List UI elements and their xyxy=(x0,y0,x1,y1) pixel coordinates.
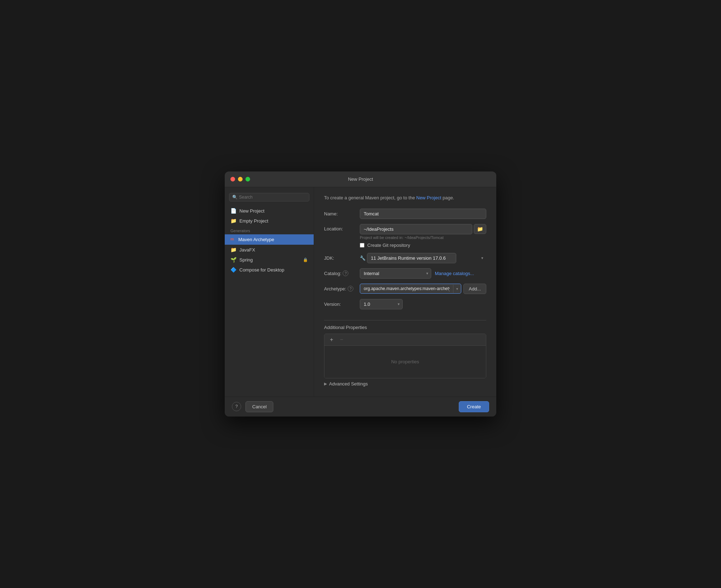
jdk-select[interactable]: 11 JetBrains Runtime version 17.0.6 xyxy=(367,253,456,263)
name-row: Name: xyxy=(324,209,486,219)
git-checkbox-row: Create Git repository xyxy=(360,243,486,248)
info-text: To create a general Maven project, go to… xyxy=(324,194,486,201)
location-wrap: 📁 xyxy=(360,224,486,234)
catalog-control: Internal ▾ Manage catalogs... xyxy=(360,268,486,279)
close-button[interactable] xyxy=(230,177,235,181)
new-project-icon: 📄 xyxy=(230,208,237,214)
advanced-chevron-icon: ▶ xyxy=(324,382,327,386)
help-button[interactable]: ? xyxy=(232,402,241,411)
browse-folder-button[interactable]: 📁 xyxy=(474,224,486,234)
archetype-label: Archetype: ? xyxy=(324,286,360,291)
dialog-footer: ? Cancel Create xyxy=(225,397,496,417)
git-repository-checkbox[interactable] xyxy=(360,243,364,248)
search-icon: 🔍 xyxy=(232,195,238,200)
compose-icon: 🔷 xyxy=(230,267,237,273)
archetype-row: Archetype: ? ▾ Add... xyxy=(324,284,486,294)
name-control xyxy=(360,209,486,219)
empty-project-icon: 📁 xyxy=(230,218,237,224)
footer-left: ? Cancel xyxy=(232,401,273,412)
maximize-button[interactable] xyxy=(245,177,250,181)
sidebar-item-empty-project[interactable]: 📁 Empty Project xyxy=(225,216,314,226)
git-checkbox-label: Create Git repository xyxy=(367,243,410,248)
catalog-select-wrap: Internal ▾ xyxy=(360,268,431,279)
jdk-row: JDK: 🔧 11 JetBrains Runtime version 17.0… xyxy=(324,253,486,263)
catalog-row: Catalog: ? Internal ▾ Manage catalogs... xyxy=(324,268,486,279)
jdk-control: 🔧 11 JetBrains Runtime version 17.0.6 ▾ xyxy=(360,253,486,263)
advanced-settings-label: Advanced Settings xyxy=(329,381,368,387)
sidebar-item-label: New Project xyxy=(239,208,264,214)
svg-text:m: m xyxy=(230,237,234,241)
sidebar-item-label: Spring xyxy=(239,257,253,263)
archetype-dropdown-arrow[interactable]: ▾ xyxy=(453,285,461,293)
search-bar: 🔍 xyxy=(225,191,314,206)
archetype-input[interactable] xyxy=(360,284,453,293)
version-control: 1.0 ▾ xyxy=(360,299,486,309)
sidebar: 🔍 📄 New Project 📁 Empty Project Generato… xyxy=(225,187,314,397)
sidebar-item-label: Empty Project xyxy=(239,218,268,224)
sidebar-item-spring[interactable]: 🌱 Spring 🔒 xyxy=(225,255,314,265)
version-row: Version: 1.0 ▾ xyxy=(324,299,486,309)
manage-catalogs-link[interactable]: Manage catalogs... xyxy=(435,271,474,276)
additional-properties-title: Additional Properties xyxy=(324,325,486,330)
jdk-label: JDK: xyxy=(324,255,360,261)
sidebar-item-javafx[interactable]: 📁 JavaFX xyxy=(225,245,314,255)
catalog-select[interactable]: Internal xyxy=(360,268,431,279)
sidebar-item-compose[interactable]: 🔷 Compose for Desktop xyxy=(225,265,314,275)
new-project-dialog: New Project 🔍 📄 New Project 📁 Empty Proj… xyxy=(225,171,496,417)
location-hint: Project will be created in: ~/IdeaProjec… xyxy=(360,235,486,240)
minimize-button[interactable] xyxy=(238,177,243,181)
jdk-select-wrap: 🔧 11 JetBrains Runtime version 17.0.6 ▾ xyxy=(360,253,486,263)
advanced-settings-row[interactable]: ▶ Advanced Settings xyxy=(324,378,486,389)
javafx-icon: 📁 xyxy=(230,247,237,253)
properties-divider xyxy=(324,320,486,320)
archetype-help-icon[interactable]: ? xyxy=(348,286,353,291)
add-property-button[interactable]: + xyxy=(327,335,336,344)
archetype-input-wrap: ▾ xyxy=(360,284,461,294)
properties-box: + − No properties xyxy=(324,334,486,378)
catalog-label: Catalog: ? xyxy=(324,270,360,276)
add-archetype-button[interactable]: Add... xyxy=(463,284,486,294)
no-properties-message: No properties xyxy=(324,346,486,378)
titlebar: New Project xyxy=(225,171,496,187)
search-wrap[interactable]: 🔍 xyxy=(229,193,309,201)
search-input[interactable] xyxy=(239,195,306,200)
jdk-icon: 🔧 xyxy=(360,255,366,261)
create-button[interactable]: Create xyxy=(459,401,489,412)
version-label: Version: xyxy=(324,302,360,307)
location-row: Location: 📁 Project will be created in: … xyxy=(324,224,486,248)
dialog-body: 🔍 📄 New Project 📁 Empty Project Generato… xyxy=(225,187,496,397)
sidebar-item-label: Compose for Desktop xyxy=(239,267,284,273)
version-select-wrap: 1.0 ▾ xyxy=(360,299,403,309)
remove-property-button[interactable]: − xyxy=(337,335,346,344)
sidebar-item-new-project[interactable]: 📄 New Project xyxy=(225,206,314,216)
catalog-help-icon[interactable]: ? xyxy=(343,270,348,276)
properties-toolbar: + − xyxy=(324,334,486,346)
cancel-button[interactable]: Cancel xyxy=(245,401,273,412)
version-select[interactable]: 1.0 xyxy=(360,299,403,309)
new-project-link[interactable]: New Project xyxy=(416,195,441,200)
location-input[interactable] xyxy=(360,224,472,234)
name-input[interactable] xyxy=(360,209,486,219)
sidebar-item-label: JavaFX xyxy=(239,247,255,253)
lock-icon: 🔒 xyxy=(303,258,308,262)
jdk-dropdown-arrow: ▾ xyxy=(481,256,483,260)
archetype-control: ▾ Add... xyxy=(360,284,486,294)
maven-icon: m xyxy=(230,236,235,243)
location-label: Location: xyxy=(324,226,360,231)
main-content: To create a general Maven project, go to… xyxy=(314,187,496,397)
sidebar-item-label: Maven Archetype xyxy=(238,237,274,242)
spring-icon: 🌱 xyxy=(230,257,237,263)
dialog-title: New Project xyxy=(348,176,373,182)
sidebar-item-maven-archetype[interactable]: m Maven Archetype xyxy=(225,234,314,245)
name-label: Name: xyxy=(324,211,360,216)
generators-section-label: Generators xyxy=(225,226,314,234)
traffic-lights xyxy=(230,177,250,181)
location-block: 📁 Project will be created in: ~/IdeaProj… xyxy=(360,224,486,248)
